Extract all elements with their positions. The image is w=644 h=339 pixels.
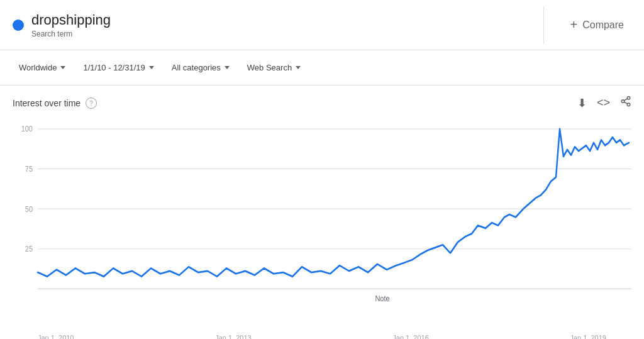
svg-text:75: 75: [25, 165, 33, 173]
region-chevron-icon: [60, 66, 65, 69]
embed-icon[interactable]: <>: [597, 96, 610, 109]
date-range-label: 1/1/10 - 12/31/19: [83, 63, 145, 72]
category-label: All categories: [172, 63, 221, 72]
svg-text:Note: Note: [375, 295, 389, 303]
region-label: Worldwide: [19, 63, 57, 72]
svg-text:100: 100: [21, 125, 33, 133]
search-type-label: Web Search: [247, 63, 292, 72]
share-icon[interactable]: [620, 96, 631, 110]
x-label-2010: Jan 1, 2010: [38, 334, 74, 339]
category-filter[interactable]: All categories: [165, 59, 236, 76]
search-term-block: dropshipping Search term: [13, 12, 525, 38]
filter-bar: Worldwide 1/1/10 - 12/31/19 All categori…: [0, 50, 644, 86]
help-icon[interactable]: ?: [86, 97, 97, 109]
download-icon[interactable]: ⬇: [577, 96, 587, 110]
svg-text:25: 25: [25, 245, 33, 253]
x-label-2013: Jan 1, 2013: [215, 334, 252, 339]
search-term-title: dropshipping: [31, 12, 111, 28]
section-title-block: Interest over time ?: [13, 97, 97, 109]
date-range-filter[interactable]: 1/1/10 - 12/31/19: [77, 59, 160, 76]
svg-line-3: [624, 102, 627, 104]
plus-icon: +: [570, 18, 578, 32]
header-divider: [543, 6, 544, 44]
trend-chart: 100 75 50 25 Note: [13, 115, 631, 329]
svg-text:50: 50: [25, 205, 33, 213]
date-range-chevron-icon: [149, 66, 154, 69]
category-chevron-icon: [225, 66, 230, 69]
trend-line: [38, 129, 629, 277]
main-content: Interest over time ? ⬇ <>: [0, 86, 644, 329]
search-type-filter[interactable]: Web Search: [241, 59, 307, 76]
search-term-subtitle: Search term: [31, 30, 111, 38]
term-color-dot: [13, 19, 24, 31]
region-filter[interactable]: Worldwide: [13, 59, 72, 76]
section-header: Interest over time ? ⬇ <>: [13, 96, 631, 110]
x-label-2019: Jan 1, 2019: [570, 334, 606, 339]
compare-label: Compare: [582, 19, 624, 31]
header: dropshipping Search term + Compare: [0, 0, 644, 50]
x-axis-labels: Jan 1, 2010 Jan 1, 2013 Jan 1, 2016 Jan …: [13, 331, 631, 339]
search-type-chevron-icon: [296, 66, 301, 69]
chart-container: 100 75 50 25 Note Jan 1, 2010 Jan 1, 201…: [13, 115, 631, 329]
section-title: Interest over time: [13, 98, 80, 108]
search-term-text: dropshipping Search term: [31, 12, 111, 38]
svg-line-4: [624, 99, 627, 101]
x-label-2016: Jan 1, 2016: [392, 334, 429, 339]
toolbar-icons: ⬇ <>: [577, 96, 631, 110]
compare-button[interactable]: + Compare: [563, 13, 632, 37]
